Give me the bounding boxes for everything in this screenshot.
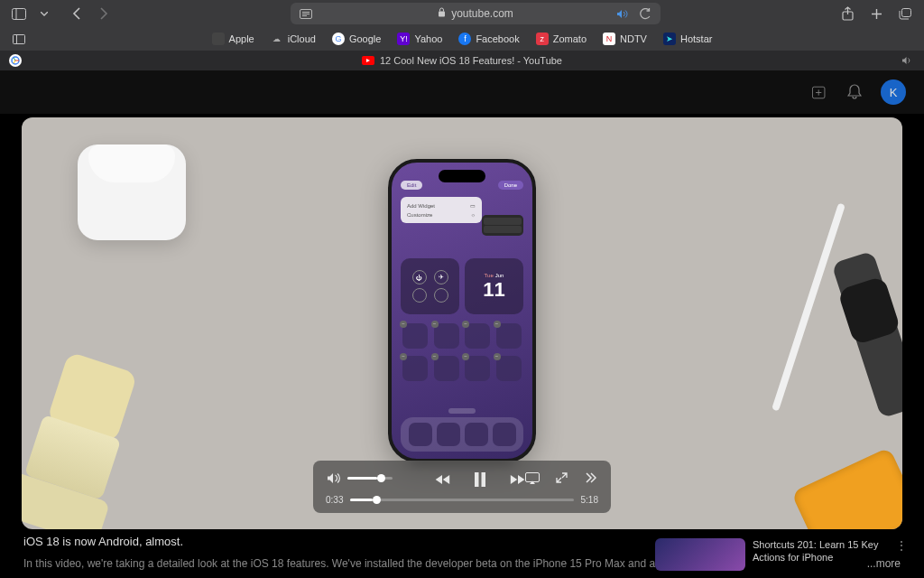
favorite-icloud[interactable]: ☁iCloud <box>271 33 316 45</box>
back-button[interactable] <box>69 5 85 22</box>
create-icon[interactable] <box>812 84 828 100</box>
refresh-icon[interactable] <box>637 5 653 22</box>
svg-rect-8 <box>902 8 911 16</box>
svg-rect-6 <box>439 12 445 17</box>
svg-rect-13 <box>475 472 479 487</box>
favorite-google[interactable]: GGoogle <box>332 33 381 45</box>
volume-icon[interactable] <box>326 470 342 486</box>
description-body: In this video, we're taking a detailed l… <box>23 557 720 570</box>
prop-apple-watch <box>813 245 902 442</box>
svg-rect-0 <box>13 8 26 19</box>
url-bar[interactable]: youtube.com <box>291 3 661 24</box>
ndtv-icon: N <box>603 33 615 45</box>
phone-news-widget <box>482 215 523 236</box>
favorite-facebook[interactable]: fFacebook <box>458 33 519 45</box>
svg-rect-9 <box>14 34 25 43</box>
tab-bar: 12 Cool New iOS 18 Features! - YouTube <box>0 51 924 70</box>
related-menu-icon[interactable]: ⋮ <box>895 538 908 571</box>
sidebar-toggle-icon[interactable] <box>11 5 27 22</box>
phone-control-widget: ⏻✈ <box>401 258 459 314</box>
bookmarks-sidebar-icon[interactable] <box>11 31 27 47</box>
prop-airpods <box>78 144 186 240</box>
player-controls: 0:33 5:18 <box>313 461 611 513</box>
favorites-bar: Apple ☁iCloud GGoogle Y!Yahoo fFacebook … <box>0 27 924 51</box>
more-controls-icon[interactable] <box>582 470 598 486</box>
google-icon: G <box>332 33 345 45</box>
duration: 5:18 <box>581 495 598 505</box>
notifications-icon[interactable] <box>846 84 863 100</box>
tab-title[interactable]: 12 Cool New iOS 18 Features! - YouTube <box>380 55 562 66</box>
youtube-masthead: K <box>0 70 924 114</box>
related-video[interactable]: Shortcuts 201: Learn 15 Key Actions for … <box>655 538 908 571</box>
prop-lantern <box>22 345 159 529</box>
phone-dock <box>401 417 523 452</box>
hotstar-icon: ➤ <box>663 33 676 45</box>
lock-icon <box>438 7 446 20</box>
current-time: 0:33 <box>326 495 343 505</box>
share-icon[interactable] <box>839 5 855 22</box>
favorite-apple[interactable]: Apple <box>212 33 254 45</box>
forward-button <box>96 5 112 22</box>
phone-done-button: Done <box>498 181 523 190</box>
phone-app-grid: − − − − − − − − <box>402 323 522 381</box>
phone-edit-button: Edit <box>401 181 422 190</box>
related-title: Shortcuts 201: Learn 15 Key Actions for … <box>753 539 878 563</box>
toolbar-chevron-down-icon[interactable] <box>36 5 52 22</box>
favorite-ndtv[interactable]: NNDTV <box>603 33 647 45</box>
zomato-icon: z <box>536 33 549 45</box>
apple-icon <box>212 33 225 45</box>
url-text: youtube.com <box>451 7 513 20</box>
volume-slider[interactable] <box>347 477 393 480</box>
favorite-zomato[interactable]: zZomato <box>536 33 587 45</box>
favorite-yahoo[interactable]: Y!Yahoo <box>397 33 442 45</box>
new-tab-icon[interactable] <box>868 5 884 22</box>
pinned-tab-google-icon[interactable] <box>9 54 22 67</box>
tab-audio-icon[interactable] <box>899 52 915 69</box>
phone-calendar-widget: Tue Jun11 <box>465 258 523 314</box>
phone-page-dots <box>448 408 476 414</box>
yahoo-icon: Y! <box>397 33 410 45</box>
video-player[interactable]: Edit Done Add Widget▭ Customize☼ ⏻✈ Tue … <box>22 117 902 529</box>
tabs-overview-icon[interactable] <box>897 5 913 22</box>
progress-slider[interactable] <box>350 499 573 501</box>
reader-mode-icon[interactable] <box>298 5 314 22</box>
rewind-icon[interactable] <box>434 471 450 488</box>
related-thumbnail <box>655 538 745 571</box>
audio-playing-icon[interactable] <box>614 5 630 22</box>
iphone-mockup: Edit Done Add Widget▭ Customize☼ ⏻✈ Tue … <box>388 159 536 462</box>
youtube-favicon-icon <box>362 56 374 65</box>
icloud-icon: ☁ <box>271 33 283 45</box>
facebook-icon: f <box>458 33 471 45</box>
safari-toolbar: youtube.com <box>0 0 924 27</box>
svg-rect-15 <box>526 472 540 481</box>
svg-rect-14 <box>482 472 486 487</box>
avatar[interactable]: K <box>881 79 906 105</box>
phone-context-menu: Add Widget▭ Customize☼ <box>401 197 482 223</box>
pip-icon[interactable] <box>553 470 569 486</box>
favorite-hotstar[interactable]: ➤Hotstar <box>663 33 712 45</box>
airplay-icon[interactable] <box>524 470 541 486</box>
prop-tool <box>791 447 902 529</box>
pause-icon[interactable] <box>472 471 488 488</box>
